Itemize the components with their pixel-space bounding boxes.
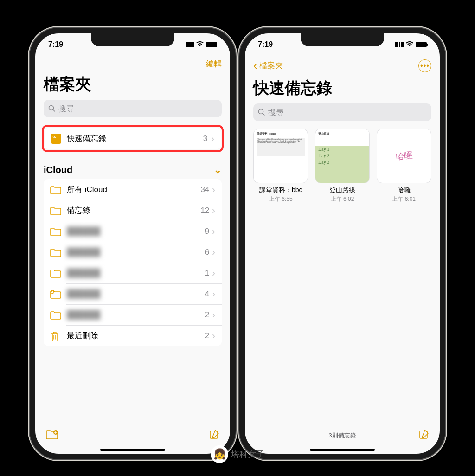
folder-count: 34 [200, 185, 209, 194]
folder-label: 最近刪除 [67, 330, 205, 341]
note-thumbnail: 登山路線 Day 1Day 2Day 3 [315, 129, 370, 183]
notch [301, 33, 384, 46]
folder-row[interactable]: ██████ 2 › [44, 304, 222, 325]
quicknote-folder-row[interactable]: 快速備忘錄 3 › [45, 128, 221, 149]
chevron-right-icon: › [212, 309, 215, 320]
chevron-right-icon: › [212, 205, 215, 216]
notes-grid: 課堂資料：bbc The release, published through … [245, 129, 440, 203]
status-time: 7:19 [48, 40, 63, 49]
navbar: 編輯 [35, 56, 230, 74]
svg-line-7 [263, 114, 265, 116]
svg-line-1 [53, 110, 55, 112]
note-title: 登山路線 [329, 186, 355, 194]
note-title: 課堂資料：bbc [259, 186, 302, 194]
folder-icon [50, 248, 61, 257]
chevron-right-icon: › [212, 226, 215, 237]
chevron-right-icon: › [212, 330, 215, 341]
notch [91, 33, 174, 46]
folder-count: 4 [205, 289, 209, 299]
folder-row[interactable]: ██████ 6 › [44, 242, 222, 263]
icloud-section-header[interactable]: iCloud ⌄ [35, 160, 230, 179]
battery-icon [416, 42, 427, 47]
search-input[interactable]: 搜尋 [44, 100, 222, 117]
search-input[interactable]: 搜尋 [253, 103, 431, 121]
folder-count: 9 [205, 227, 209, 236]
toolbar: 3則備忘錄 [245, 422, 440, 449]
folder-label: ██████ [67, 227, 205, 236]
chevron-right-icon: › [212, 268, 215, 278]
folder-count: 12 [200, 206, 209, 215]
folder-row[interactable]: ██████ 9 › [44, 221, 222, 242]
home-indicator[interactable] [100, 449, 165, 451]
new-folder-button[interactable] [45, 429, 58, 443]
folder-icon [50, 269, 61, 278]
watermark-avatar-icon: 👧 [211, 445, 228, 463]
watermark-text: 塔科女子 [231, 449, 264, 460]
note-card[interactable]: 哈囉 哈囉 上午 6:01 [376, 129, 431, 203]
note-time: 上午 6:01 [392, 195, 416, 203]
note-thumbnail: 課堂資料：bbc The release, published through … [253, 129, 308, 183]
cellular-signal-icon [186, 42, 194, 47]
note-title: 哈囉 [398, 186, 411, 194]
page-title: 檔案夾 [35, 74, 230, 100]
edit-button[interactable]: 編輯 [206, 58, 222, 69]
folder-label: ██████ [67, 289, 205, 299]
folder-count: 2 [205, 310, 209, 320]
folder-icon [50, 310, 61, 320]
folder-label: ██████ [67, 310, 205, 320]
back-button[interactable]: ‹ 檔案夾 [253, 58, 283, 73]
page-title: 快速備忘錄 [245, 77, 440, 103]
folder-list: 所有 iCloud 34 › 備忘錄 12 › ██████ 9 › █████… [44, 179, 222, 346]
folder-icon [50, 227, 61, 236]
trash-icon [50, 331, 61, 341]
folder-row[interactable]: 最近刪除 2 › [44, 325, 222, 346]
quicknote-label: 快速備忘錄 [67, 133, 203, 144]
search-placeholder: 搜尋 [58, 103, 74, 114]
chevron-right-icon: › [211, 133, 214, 144]
phone-folders-view: 7:19 編輯 檔案夾 搜尋 快速備忘錄 3 › iCloud ⌄ 所有 iCl… [30, 28, 236, 459]
note-card[interactable]: 課堂資料：bbc The release, published through … [253, 129, 308, 203]
shared-folder-icon [50, 289, 61, 299]
folder-row[interactable]: ██████ 1 › [44, 263, 222, 283]
toolbar [35, 422, 230, 449]
note-card[interactable]: 登山路線 Day 1Day 2Day 3 登山路線 上午 6:02 [315, 129, 370, 203]
chevron-left-icon: ‹ [253, 58, 257, 73]
search-placeholder: 搜尋 [268, 107, 284, 118]
cellular-signal-icon [395, 42, 404, 47]
folder-count: 1 [205, 269, 209, 278]
watermark: 👧 塔科女子 [211, 445, 264, 463]
folder-row[interactable]: 所有 iCloud 34 › [44, 179, 222, 200]
chevron-down-icon: ⌄ [214, 164, 222, 175]
section-title: iCloud [44, 165, 72, 175]
folder-label: ██████ [67, 269, 205, 278]
folder-count: 6 [205, 248, 209, 257]
home-indicator[interactable] [310, 449, 375, 451]
notes-count-label: 3則備忘錄 [328, 431, 356, 440]
folder-row[interactable]: 備忘錄 12 › [44, 200, 222, 221]
compose-button[interactable] [418, 429, 430, 443]
note-time: 上午 6:02 [331, 195, 354, 203]
folder-label: 所有 iCloud [67, 184, 200, 195]
folder-count: 2 [205, 331, 209, 341]
folder-label: 備忘錄 [67, 205, 200, 216]
compose-button[interactable] [209, 429, 220, 443]
chevron-right-icon: › [212, 184, 215, 195]
chevron-right-icon: › [212, 289, 215, 299]
folder-icon [50, 206, 61, 215]
battery-icon [206, 42, 217, 47]
phone-notes-list-view: 7:19 ‹ 檔案夾 ••• 快速備忘錄 搜尋 課堂資料：bbc The rel… [239, 28, 445, 459]
quicknote-icon [51, 134, 61, 144]
quicknote-count: 3 [203, 134, 207, 143]
folder-icon [50, 185, 61, 194]
chevron-right-icon: › [212, 247, 215, 257]
navbar: ‹ 檔案夾 ••• [245, 56, 440, 77]
wifi-icon [196, 40, 204, 49]
svg-point-3 [52, 290, 53, 292]
folder-label: ██████ [67, 248, 205, 257]
ellipsis-icon: ••• [420, 62, 430, 70]
back-label: 檔案夾 [259, 60, 283, 71]
wifi-icon [405, 40, 414, 49]
highlight-annotation: 快速備忘錄 3 › [42, 125, 224, 152]
more-options-button[interactable]: ••• [418, 59, 431, 72]
folder-row[interactable]: ██████ 4 › [44, 283, 222, 304]
